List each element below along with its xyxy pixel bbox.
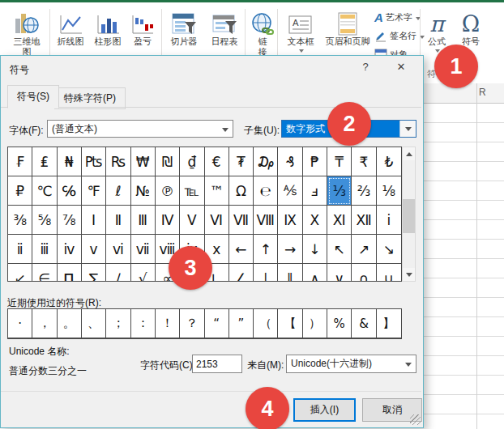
symbol-cell[interactable]: ↘ (377, 235, 401, 264)
symbol-cell[interactable]: & (352, 309, 376, 338)
symbol-cell[interactable]: √ (131, 264, 156, 282)
symbol-cell[interactable]: ？ (180, 309, 204, 338)
scroll-down-button[interactable] (403, 268, 415, 281)
font-dropdown[interactable]: (普通文本) (47, 120, 233, 138)
symbol-cell[interactable]: ∨ (327, 264, 352, 282)
symbol-cell[interactable]: Ⅺ (327, 206, 352, 235)
header-footer-button[interactable]: 页眉和页脚 (321, 7, 374, 47)
symbol-cell[interactable]: % (327, 309, 352, 338)
symbol-cell[interactable]: Ⅳ (156, 206, 180, 235)
symbol-cell[interactable]: ₯ (254, 147, 278, 176)
symbol-cell[interactable]: ₸ (327, 147, 352, 176)
symbol-cell[interactable]: ⅱ (8, 235, 32, 264)
symbol-cell[interactable]: Ⅱ (106, 206, 130, 235)
symbol-cell[interactable]: ₫ (180, 147, 204, 176)
symbol-cell[interactable]: Ⅵ (205, 206, 229, 235)
symbol-cell[interactable]: ₦ (58, 147, 82, 176)
symbol-cell[interactable]: ₱ (303, 147, 327, 176)
symbol-cell[interactable]: ↙ (8, 264, 32, 282)
symbol-cell[interactable]: ⅳ (58, 235, 82, 264)
symbol-cell[interactable]: ⅰ (377, 206, 401, 235)
symbol-cell[interactable]: ∕ (106, 264, 130, 282)
tab-symbols[interactable]: 符号(S) (7, 85, 59, 108)
symbol-cell[interactable]: ↖ (327, 235, 352, 264)
close-button[interactable]: ✕ (391, 61, 412, 73)
symbol-cell[interactable]: ∩ (352, 264, 376, 282)
symbol-cell[interactable]: ” (229, 309, 254, 338)
symbol-button[interactable]: Ω 符号 (452, 7, 489, 47)
symbol-cell[interactable]: ⅍ (278, 176, 302, 206)
symbol-cell[interactable]: ⅔ (352, 176, 376, 206)
line-sparkline-button[interactable]: 折线图 (52, 7, 89, 47)
scrollbar-thumb[interactable] (403, 199, 415, 233)
symbol-cell[interactable]: ⅶ (131, 235, 156, 264)
worksheet-gridlines[interactable] (424, 104, 504, 429)
symbol-grid-scrollbar[interactable] (402, 147, 416, 282)
dropdown-arrow-box[interactable] (399, 121, 416, 137)
slicer-button[interactable]: 切片器 (164, 7, 204, 47)
symbol-cell[interactable]: ₣ (8, 147, 32, 176)
symbol-cell[interactable]: ⅛ (377, 176, 401, 206)
symbol-cell[interactable]: ； (106, 309, 130, 338)
symbol-cell[interactable]: ₪ (156, 147, 180, 176)
symbol-cell[interactable]: ∪ (377, 264, 401, 282)
symbol-cell[interactable]: ： (131, 309, 156, 338)
symbol-cell[interactable]: ⅵ (106, 235, 130, 264)
symbol-cell[interactable]: 【 (278, 309, 302, 338)
symbol-cell[interactable]: 、 (82, 309, 106, 338)
symbol-cell[interactable]: Ⅸ (278, 206, 302, 235)
symbol-cell[interactable]: ↗ (352, 235, 376, 264)
symbol-cell[interactable]: Ⅹ (303, 206, 327, 235)
symbol-cell[interactable]: ℉ (82, 176, 106, 206)
symbol-cell[interactable]: ∥ (278, 264, 302, 282)
symbol-cell[interactable]: ₧ (82, 147, 106, 176)
symbol-cell[interactable]: € (205, 147, 229, 176)
symbol-cell[interactable]: ⅝ (32, 206, 57, 235)
symbol-cell[interactable]: ℡ (180, 176, 204, 206)
from-dropdown[interactable]: Unicode(十六进制) (286, 355, 416, 373)
symbol-cell[interactable]: ⅎ (303, 176, 327, 206)
symbol-cell[interactable]: ₨ (106, 147, 130, 176)
symbol-cell[interactable]: ↑ (254, 235, 278, 264)
symbol-cell[interactable]: ↓ (303, 235, 327, 264)
timeline-button[interactable]: 日程表 (204, 7, 245, 47)
symbol-cell[interactable]: ℗ (156, 176, 180, 206)
symbol-cell[interactable]: 。 (58, 309, 82, 338)
symbol-cell[interactable]: ） (303, 309, 327, 338)
resize-grip[interactable] (410, 414, 421, 425)
char-code-input[interactable] (192, 355, 242, 373)
symbol-cell[interactable]: Ⅻ (352, 206, 376, 235)
symbol-cell[interactable]: ⅜ (8, 206, 32, 235)
symbol-cell[interactable]: ∈ (32, 264, 57, 282)
symbol-cell[interactable]: “ (205, 309, 229, 338)
symbol-cell[interactable]: ⅴ (82, 235, 106, 264)
symbol-cell[interactable]: ™ (205, 176, 229, 206)
symbol-cell[interactable]: ₽ (8, 176, 32, 206)
symbol-cell[interactable]: Ⅴ (180, 206, 204, 235)
symbol-cell[interactable]: ∣ (254, 264, 278, 282)
symbol-cell[interactable]: ∠ (229, 264, 254, 282)
scroll-up-button[interactable] (403, 147, 415, 160)
symbol-cell[interactable]: ₺ (377, 147, 401, 176)
symbol-cell[interactable]: ℮ (254, 176, 278, 206)
symbol-cell[interactable]: ！ (156, 309, 180, 338)
symbol-cell[interactable]: ∏ (58, 264, 82, 282)
symbol-cell[interactable]: → (278, 235, 302, 264)
symbol-cell[interactable]: Ⅶ (229, 206, 254, 235)
winloss-sparkline-button[interactable]: 盈亏 (126, 7, 159, 47)
symbol-cell[interactable]: （ (254, 309, 278, 338)
symbol-cell[interactable]: 】 (377, 309, 401, 338)
symbol-cell[interactable]: Ⅷ (254, 206, 278, 235)
column-sparkline-button[interactable]: 柱形图 (89, 7, 126, 47)
textbox-button[interactable]: A 文本框 (280, 7, 321, 53)
symbol-cell[interactable]: № (131, 176, 156, 206)
symbol-cell[interactable]: ℅ (58, 176, 82, 206)
symbol-cell[interactable]: Ⅲ (131, 206, 156, 235)
symbol-cell[interactable]: ₩ (131, 147, 156, 176)
symbol-cell[interactable]: ℓ (106, 176, 130, 206)
symbol-cell[interactable]: ⅞ (58, 206, 82, 235)
symbol-cell[interactable]: ₤ (32, 147, 57, 176)
symbol-cell[interactable]: ∑ (82, 264, 106, 282)
help-button[interactable]: ? (355, 61, 376, 73)
symbol-cell[interactable]: ₹ (352, 147, 376, 176)
